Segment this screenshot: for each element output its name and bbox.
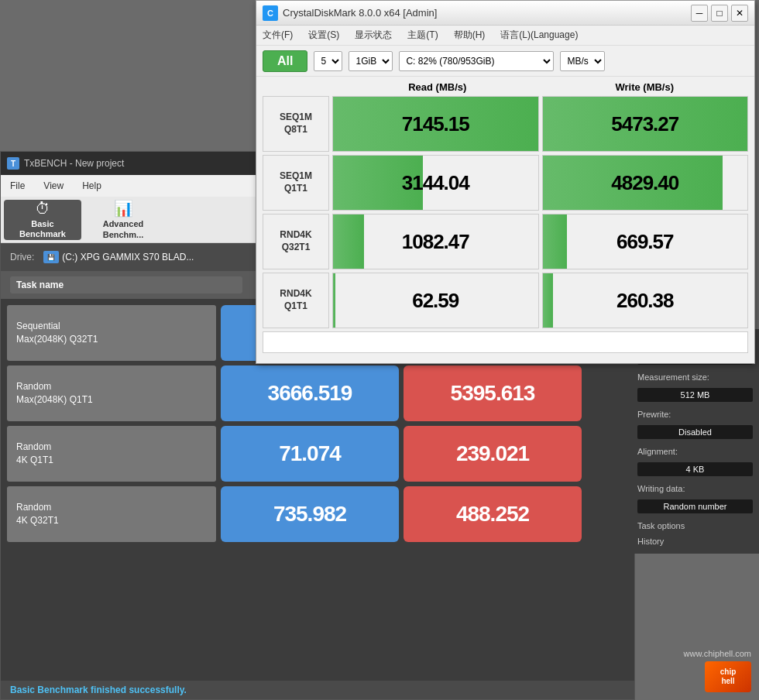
chart-icon: 📊	[114, 199, 133, 218]
menu-help[interactable]: Help	[79, 179, 105, 193]
cdm-write-cell-0: 5473.27	[542, 96, 749, 152]
cdm-menu-settings[interactable]: 设置(S)	[308, 29, 339, 42]
cdm-menubar: 文件(F) 设置(S) 显示状态 主题(T) 帮助(H) 语言(L)(Langu…	[256, 26, 754, 46]
result-label-2: Random4K Q1T1	[7, 426, 216, 482]
chiphell-logo-icon: chiphell	[705, 661, 751, 692]
cdm-write-value-0: 5473.27	[611, 112, 678, 136]
cdm-read-value-1: 3144.04	[402, 171, 469, 195]
result-write-2: 239.021	[404, 426, 582, 482]
cdm-read-cell-1: 3144.04	[332, 155, 539, 211]
unit-select[interactable]: MB/s	[560, 51, 605, 71]
drive-value: 💾 (C:) XPG GAMMIX S70 BLAD...	[43, 251, 194, 263]
cdm-write-cell-3: 260.38	[542, 273, 749, 328]
result-read-1: 3666.519	[221, 365, 399, 421]
cdm-read-cell-0: 7145.15	[332, 96, 539, 152]
cdm-read-value-3: 62.59	[412, 289, 458, 313]
cdm-write-value-2: 669.57	[616, 230, 674, 254]
menu-view[interactable]: View	[40, 179, 67, 193]
cdm-read-bar-2	[333, 214, 364, 269]
table-row: Random4K Q1T1 71.074 239.021	[7, 426, 628, 482]
count-select[interactable]: 5	[314, 51, 342, 71]
cdm-empty-row	[263, 331, 748, 353]
result-read-3: 735.982	[221, 486, 399, 542]
clock-icon: ⏱	[35, 200, 50, 218]
cdm-row-label-1: SEQ1MQ1T1	[263, 155, 329, 211]
cdm-menu-theme[interactable]: 主题(T)	[407, 29, 438, 42]
close-button[interactable]: ✕	[731, 5, 748, 22]
crystaldiskmark-window: C CrystalDiskMark 8.0.0 x64 [Admin] ─ □ …	[256, 0, 755, 364]
cdm-write-value-3: 260.38	[616, 289, 674, 313]
result-label-0: SequentialMax(2048K) Q32T1	[7, 305, 216, 361]
cdm-write-bar-2	[543, 214, 568, 269]
alignment-value: 4 KB	[637, 462, 753, 476]
status-text: Basic Benchmark finished successfully.	[10, 685, 187, 695]
result-label-1: RandomMax(2048K) Q1T1	[7, 365, 216, 421]
basic-benchmark-label: BasicBenchmark	[19, 219, 66, 239]
cdm-row-label-0: SEQ1MQ8T1	[263, 96, 329, 152]
cdm-row-label-3: RND4KQ1T1	[263, 273, 329, 328]
writing-data-value: Random number	[637, 499, 753, 513]
cdm-row-2: RND4KQ32T1 1082.47 669.57	[263, 214, 748, 269]
cdm-title-left: C CrystalDiskMark 8.0.0 x64 [Admin]	[263, 5, 437, 21]
size-select[interactable]: 1GiB	[349, 51, 393, 71]
menu-file[interactable]: File	[7, 179, 28, 193]
basic-benchmark-button[interactable]: ⏱ BasicBenchmark	[4, 200, 81, 240]
result-write-3: 488.252	[404, 486, 582, 542]
chiphell-url: www.chiphell.com	[684, 649, 751, 658]
drive-icon: 💾	[43, 251, 59, 263]
cdm-read-cell-3: 62.59	[332, 273, 539, 328]
minimize-button[interactable]: ─	[691, 5, 708, 22]
task-options-label: Task options	[637, 521, 753, 530]
advanced-benchmark-label: AdvancedBenchm...	[103, 219, 144, 239]
cdm-results-area: Read (MB/s) Write (MB/s) SEQ1MQ8T1 7145.…	[256, 77, 754, 358]
cdm-app-icon: C	[263, 5, 278, 21]
cdm-read-cell-2: 1082.47	[332, 214, 539, 269]
txbench-title: TxBENCH - New project	[24, 158, 124, 169]
alignment-label: Alignment:	[637, 447, 753, 456]
cdm-row-0: SEQ1MQ8T1 7145.15 5473.27	[263, 96, 748, 152]
cdm-row-1: SEQ1MQ1T1 3144.04 4829.40	[263, 155, 748, 211]
read-header: Read (MB/s)	[334, 81, 541, 93]
cdm-menu-help[interactable]: 帮助(H)	[454, 29, 486, 42]
prewrite-label: Prewrite:	[637, 410, 753, 419]
measurement-size-label: Measurement size:	[637, 372, 753, 382]
maximize-button[interactable]: □	[711, 5, 728, 22]
writing-data-label: Writing data:	[637, 484, 753, 493]
result-read-2: 71.074	[221, 426, 399, 482]
cdm-write-cell-2: 669.57	[542, 214, 749, 269]
cdm-row-label-2: RND4KQ32T1	[263, 214, 329, 269]
advanced-benchmark-button[interactable]: 📊 AdvancedBenchm...	[84, 200, 162, 240]
all-button[interactable]: All	[263, 50, 307, 72]
table-row: Random4K Q32T1 735.982 488.252	[7, 486, 628, 542]
drive-select[interactable]: C: 82% (780/953GiB)	[399, 51, 554, 71]
cdm-menu-display[interactable]: 显示状态	[355, 29, 392, 42]
cdm-titlebar: C CrystalDiskMark 8.0.0 x64 [Admin] ─ □ …	[256, 1, 754, 26]
cdm-write-bar-3	[543, 273, 553, 328]
cdm-write-value-1: 4829.40	[611, 171, 678, 195]
cdm-title: CrystalDiskMark 8.0.0 x64 [Admin]	[283, 7, 437, 19]
cdm-read-bar-3	[333, 273, 335, 328]
cdm-read-value-2: 1082.47	[402, 230, 469, 254]
cdm-menu-file[interactable]: 文件(F)	[263, 29, 293, 42]
cdm-menu-language[interactable]: 语言(L)(Language)	[500, 29, 578, 42]
cdm-window-controls: ─ □ ✕	[691, 5, 748, 22]
history-label: History	[637, 537, 753, 546]
measurement-size-value: 512 MB	[637, 388, 753, 402]
drive-label: Drive:	[10, 252, 34, 262]
task-name-header: Task name	[10, 276, 242, 293]
table-row: RandomMax(2048K) Q1T1 3666.519 5395.613	[7, 365, 628, 421]
prewrite-value: Disabled	[637, 425, 753, 439]
cdm-row-3: RND4KQ1T1 62.59 260.38	[263, 273, 748, 328]
result-label-3: Random4K Q32T1	[7, 486, 216, 542]
chiphell-branding: www.chiphell.com chiphell	[684, 649, 751, 692]
result-write-1: 5395.613	[404, 365, 582, 421]
cdm-toolbar: All 5 1GiB C: 82% (780/953GiB) MB/s	[256, 46, 754, 77]
cdm-header-row: Read (MB/s) Write (MB/s)	[334, 81, 748, 93]
drive-name: (C:) XPG GAMMIX S70 BLAD...	[62, 252, 194, 262]
txbench-status: Basic Benchmark finished successfully.	[1, 681, 634, 699]
cdm-write-cell-1: 4829.40	[542, 155, 749, 211]
write-header: Write (MB/s)	[541, 81, 749, 93]
cdm-read-value-0: 7145.15	[402, 112, 469, 136]
txbench-icon: T	[7, 157, 19, 170]
